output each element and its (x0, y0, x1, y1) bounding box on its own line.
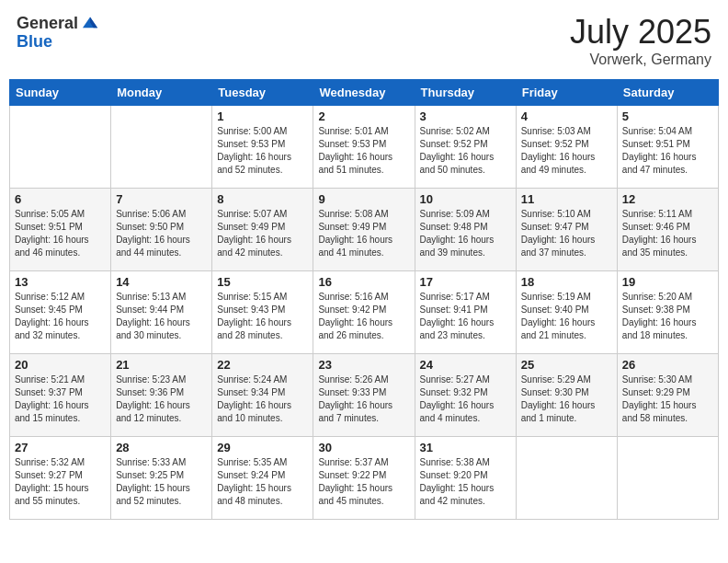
day-info: Sunrise: 5:09 AM Sunset: 9:48 PM Dayligh… (420, 208, 511, 259)
calendar-cell: 17Sunrise: 5:17 AM Sunset: 9:41 PM Dayli… (415, 271, 516, 354)
day-number: 18 (521, 275, 612, 289)
day-number: 12 (622, 192, 713, 206)
day-info: Sunrise: 5:05 AM Sunset: 9:51 PM Dayligh… (15, 208, 106, 259)
day-number: 13 (15, 275, 106, 289)
day-info: Sunrise: 5:19 AM Sunset: 9:40 PM Dayligh… (521, 291, 612, 342)
weekday-header-monday: Monday (111, 80, 212, 106)
title-block: July 2025 Vorwerk, Germany (570, 13, 711, 68)
day-number: 27 (15, 441, 106, 454)
logo-blue: Blue (17, 32, 52, 51)
day-info: Sunrise: 5:24 AM Sunset: 9:34 PM Dayligh… (217, 373, 308, 425)
day-info: Sunrise: 5:37 AM Sunset: 9:22 PM Dayligh… (318, 456, 409, 508)
calendar-cell: 23Sunrise: 5:26 AM Sunset: 9:33 PM Dayli… (313, 354, 415, 437)
day-number: 1 (217, 109, 308, 123)
logo: General Blue (17, 13, 100, 51)
day-info: Sunrise: 5:32 AM Sunset: 9:27 PM Dayligh… (15, 456, 106, 508)
calendar-week-row: 27Sunrise: 5:32 AM Sunset: 9:27 PM Dayli… (10, 437, 719, 520)
day-number: 16 (318, 275, 409, 289)
day-info: Sunrise: 5:23 AM Sunset: 9:36 PM Dayligh… (116, 373, 207, 425)
day-info: Sunrise: 5:33 AM Sunset: 9:25 PM Dayligh… (116, 456, 207, 508)
day-info: Sunrise: 5:16 AM Sunset: 9:42 PM Dayligh… (318, 291, 409, 342)
day-number: 24 (420, 358, 511, 372)
day-info: Sunrise: 5:30 AM Sunset: 9:29 PM Dayligh… (622, 373, 713, 425)
calendar-cell: 3Sunrise: 5:02 AM Sunset: 9:52 PM Daylig… (415, 106, 516, 189)
day-number: 6 (15, 192, 106, 206)
weekday-header-sunday: Sunday (10, 80, 111, 106)
calendar-cell: 14Sunrise: 5:13 AM Sunset: 9:44 PM Dayli… (111, 271, 212, 354)
calendar-cell: 8Sunrise: 5:07 AM Sunset: 9:49 PM Daylig… (212, 189, 313, 271)
calendar-cell: 10Sunrise: 5:09 AM Sunset: 9:48 PM Dayli… (415, 189, 516, 271)
day-info: Sunrise: 5:26 AM Sunset: 9:33 PM Dayligh… (318, 373, 409, 425)
calendar-cell: 29Sunrise: 5:35 AM Sunset: 9:24 PM Dayli… (212, 437, 313, 520)
location-title: Vorwerk, Germany (570, 52, 711, 68)
calendar-cell (111, 106, 212, 189)
calendar-cell: 28Sunrise: 5:33 AM Sunset: 9:25 PM Dayli… (111, 437, 212, 520)
day-info: Sunrise: 5:10 AM Sunset: 9:47 PM Dayligh… (521, 208, 612, 259)
day-number: 26 (622, 358, 713, 372)
day-info: Sunrise: 5:12 AM Sunset: 9:45 PM Dayligh… (15, 291, 106, 342)
day-number: 17 (420, 275, 511, 289)
calendar-week-row: 6Sunrise: 5:05 AM Sunset: 9:51 PM Daylig… (10, 189, 719, 271)
calendar-cell: 15Sunrise: 5:15 AM Sunset: 9:43 PM Dayli… (212, 271, 313, 354)
day-number: 23 (318, 358, 409, 372)
day-number: 3 (420, 109, 511, 123)
calendar-cell (10, 106, 111, 189)
calendar-cell (617, 437, 718, 520)
day-number: 31 (420, 441, 511, 454)
day-info: Sunrise: 5:01 AM Sunset: 9:53 PM Dayligh… (318, 125, 409, 177)
calendar-cell: 19Sunrise: 5:20 AM Sunset: 9:38 PM Dayli… (617, 271, 718, 354)
calendar-cell: 21Sunrise: 5:23 AM Sunset: 9:36 PM Dayli… (111, 354, 212, 437)
day-info: Sunrise: 5:17 AM Sunset: 9:41 PM Dayligh… (420, 291, 511, 342)
day-info: Sunrise: 5:04 AM Sunset: 9:51 PM Dayligh… (622, 125, 713, 177)
day-number: 2 (318, 109, 409, 123)
day-number: 25 (521, 358, 612, 372)
logo-general: General (17, 15, 78, 31)
day-number: 14 (116, 275, 207, 289)
day-number: 15 (217, 275, 308, 289)
calendar-cell: 20Sunrise: 5:21 AM Sunset: 9:37 PM Dayli… (10, 354, 111, 437)
page-header: General Blue July 2025 Vorwerk, Germany (9, 9, 719, 72)
calendar-cell: 7Sunrise: 5:06 AM Sunset: 9:50 PM Daylig… (111, 189, 212, 271)
day-info: Sunrise: 5:13 AM Sunset: 9:44 PM Dayligh… (116, 291, 207, 342)
calendar-cell: 18Sunrise: 5:19 AM Sunset: 9:40 PM Dayli… (516, 271, 617, 354)
day-info: Sunrise: 5:15 AM Sunset: 9:43 PM Dayligh… (217, 291, 308, 342)
calendar-cell: 24Sunrise: 5:27 AM Sunset: 9:32 PM Dayli… (415, 354, 516, 437)
calendar-cell: 27Sunrise: 5:32 AM Sunset: 9:27 PM Dayli… (10, 437, 111, 520)
calendar-cell (516, 437, 617, 520)
weekday-header-saturday: Saturday (617, 80, 718, 106)
day-info: Sunrise: 5:20 AM Sunset: 9:38 PM Dayligh… (622, 291, 713, 342)
day-info: Sunrise: 5:08 AM Sunset: 9:49 PM Dayligh… (318, 208, 409, 259)
day-info: Sunrise: 5:35 AM Sunset: 9:24 PM Dayligh… (217, 456, 308, 508)
calendar-cell: 5Sunrise: 5:04 AM Sunset: 9:51 PM Daylig… (617, 106, 718, 189)
calendar-week-row: 13Sunrise: 5:12 AM Sunset: 9:45 PM Dayli… (10, 271, 719, 354)
weekday-header-tuesday: Tuesday (212, 80, 313, 106)
calendar-cell: 1Sunrise: 5:00 AM Sunset: 9:53 PM Daylig… (212, 106, 313, 189)
weekday-header-thursday: Thursday (415, 80, 516, 106)
calendar-header-row: SundayMondayTuesdayWednesdayThursdayFrid… (10, 80, 719, 106)
day-number: 29 (217, 441, 308, 454)
day-info: Sunrise: 5:02 AM Sunset: 9:52 PM Dayligh… (420, 125, 511, 177)
calendar-cell: 22Sunrise: 5:24 AM Sunset: 9:34 PM Dayli… (212, 354, 313, 437)
day-info: Sunrise: 5:03 AM Sunset: 9:52 PM Dayligh… (521, 125, 612, 177)
calendar-cell: 11Sunrise: 5:10 AM Sunset: 9:47 PM Dayli… (516, 189, 617, 271)
day-number: 20 (15, 358, 106, 372)
calendar-cell: 25Sunrise: 5:29 AM Sunset: 9:30 PM Dayli… (516, 354, 617, 437)
weekday-header-wednesday: Wednesday (313, 80, 415, 106)
day-info: Sunrise: 5:11 AM Sunset: 9:46 PM Dayligh… (622, 208, 713, 259)
day-info: Sunrise: 5:07 AM Sunset: 9:49 PM Dayligh… (217, 208, 308, 259)
calendar-week-row: 1Sunrise: 5:00 AM Sunset: 9:53 PM Daylig… (10, 106, 719, 189)
day-number: 30 (318, 441, 409, 454)
day-number: 8 (217, 192, 308, 206)
day-number: 11 (521, 192, 612, 206)
calendar-cell: 2Sunrise: 5:01 AM Sunset: 9:53 PM Daylig… (313, 106, 415, 189)
day-number: 5 (622, 109, 713, 123)
calendar-cell: 13Sunrise: 5:12 AM Sunset: 9:45 PM Dayli… (10, 271, 111, 354)
day-number: 4 (521, 109, 612, 123)
calendar-cell: 26Sunrise: 5:30 AM Sunset: 9:29 PM Dayli… (617, 354, 718, 437)
day-info: Sunrise: 5:29 AM Sunset: 9:30 PM Dayligh… (521, 373, 612, 425)
day-number: 7 (116, 192, 207, 206)
calendar-cell: 31Sunrise: 5:38 AM Sunset: 9:20 PM Dayli… (415, 437, 516, 520)
weekday-header-friday: Friday (516, 80, 617, 106)
calendar-cell: 30Sunrise: 5:37 AM Sunset: 9:22 PM Dayli… (313, 437, 415, 520)
day-number: 22 (217, 358, 308, 372)
